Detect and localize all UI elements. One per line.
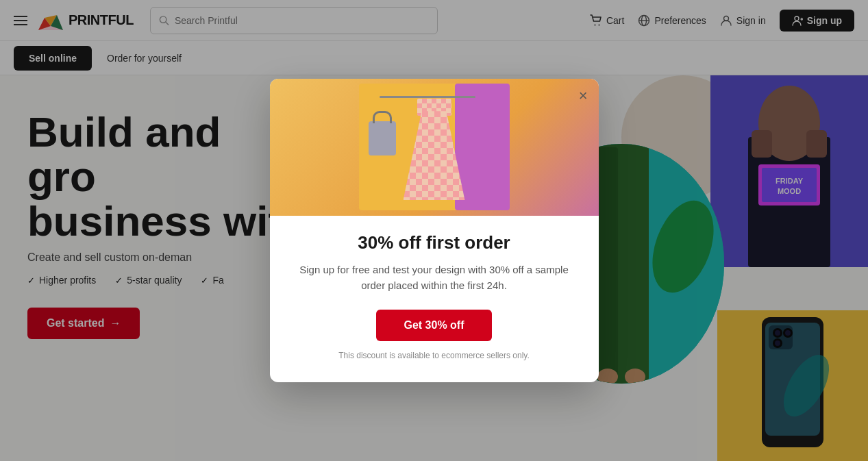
modal-title: 30% off first order bbox=[297, 232, 571, 253]
bag-handle bbox=[373, 111, 392, 123]
modal-close-button[interactable]: × bbox=[579, 88, 588, 103]
hanger-rail bbox=[380, 96, 475, 98]
dress-illustration bbox=[359, 84, 510, 210]
modal-description: Sign up for free and test your design wi… bbox=[297, 262, 571, 294]
modal-body: 30% off first order Sign up for free and… bbox=[270, 216, 599, 361]
modal-overlay[interactable]: × 30% off first order Sign up for free a… bbox=[0, 0, 868, 461]
promo-modal: × 30% off first order Sign up for free a… bbox=[270, 79, 599, 383]
modal-cta-button[interactable]: Get 30% off bbox=[376, 310, 491, 341]
modal-disclaimer: This discount is available to ecommerce … bbox=[297, 351, 571, 360]
bag-body bbox=[369, 121, 396, 155]
modal-image-area bbox=[270, 79, 599, 216]
